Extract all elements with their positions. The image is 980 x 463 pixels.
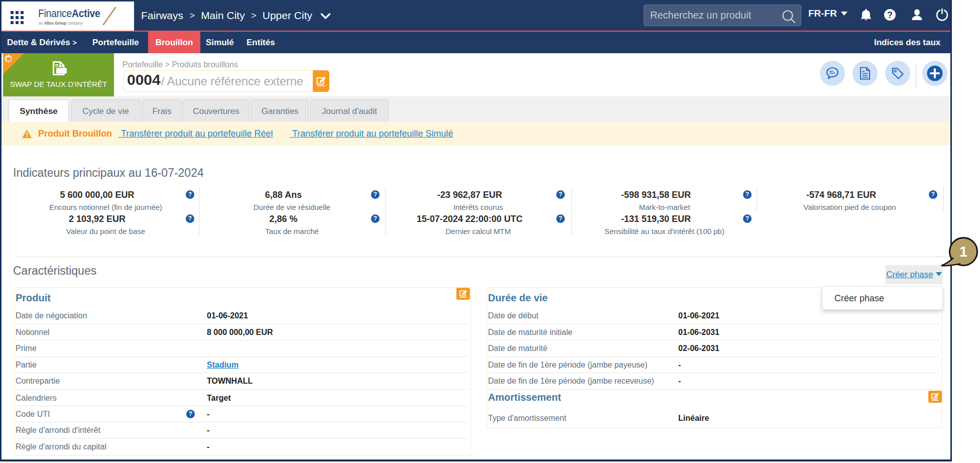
svg-text:?: ?: [887, 10, 893, 20]
svg-text:1: 1: [959, 244, 967, 260]
